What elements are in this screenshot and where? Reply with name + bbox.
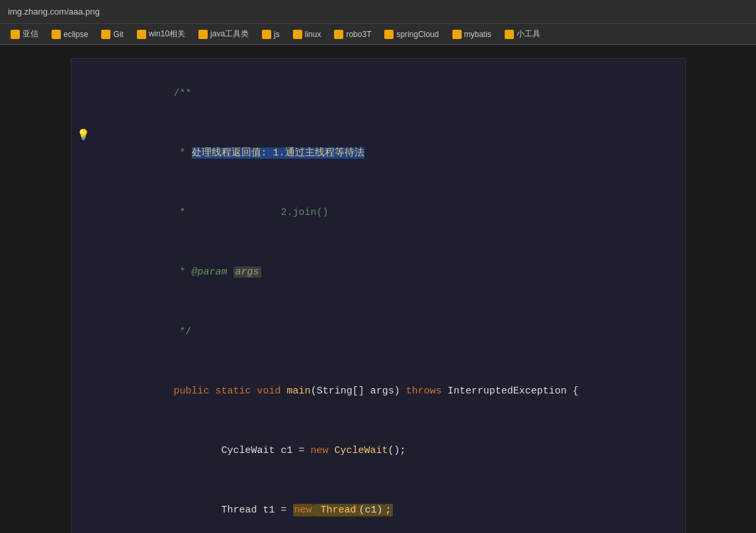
bookmark-java[interactable]: java工具类 xyxy=(193,26,254,42)
bookmark-springcloud[interactable]: springCloud xyxy=(379,28,444,41)
bookmark-label: eclipse xyxy=(63,30,88,39)
bookmark-eclipse[interactable]: eclipse xyxy=(46,28,93,41)
comment-star: * xyxy=(174,266,192,278)
code-line-comment1: 💡 * 处理线程返回值: 1.通过主线程等待法 xyxy=(71,124,685,183)
code-line-javadoc-end: */ xyxy=(71,302,685,362)
bookmark-robo3t[interactable]: robo3T xyxy=(329,28,376,41)
line-code: * 处理线程返回值: 1.通过主线程等待法 xyxy=(108,124,685,183)
code-line-cyclew: CycleWait c1 = new CycleWait(); xyxy=(71,421,685,481)
line-code: public static void main(String[] args) t… xyxy=(108,362,685,421)
bookmark-folder-icon xyxy=(334,30,343,39)
code-text xyxy=(210,386,216,397)
bookmark-js[interactable]: js xyxy=(257,28,285,41)
bookmark-folder-icon xyxy=(198,30,208,39)
thread-args-highlight: (c1) xyxy=(358,504,384,516)
code-line-thread: Thread t1 = new Thread(c1); xyxy=(71,481,685,533)
selected-text: 处理线程返回值: 1.通过主线程等待法 xyxy=(192,147,364,159)
line-code: CycleWait c1 = new CycleWait(); xyxy=(108,421,685,481)
code-text: Thread t1 = xyxy=(174,505,293,516)
bookmark-folder-icon xyxy=(452,30,462,39)
bookmark-folder-icon xyxy=(505,30,514,39)
bookmark-git[interactable]: Git xyxy=(96,28,128,41)
comment-text: */ xyxy=(174,326,192,337)
keyword-new: new xyxy=(311,445,329,456)
line-code: * @param args xyxy=(108,243,685,302)
bookmark-label: js xyxy=(274,30,280,39)
code-editor-panel: /** 💡 * 处理线程返回值: 1.通过主线程等待法 * 2.join() xyxy=(71,58,686,533)
comment-space xyxy=(228,266,233,278)
bookmark-label: linux xyxy=(305,30,321,39)
comment-text: * 2.join() xyxy=(174,207,329,218)
url-display: img.zhang.com/aaa.png xyxy=(8,7,100,17)
thread-semi-highlight: ; xyxy=(384,504,393,516)
bookmark-label: springCloud xyxy=(396,30,439,39)
browser-address-bar: img.zhang.com/aaa.png xyxy=(0,0,756,24)
method-name: main xyxy=(287,386,311,397)
bookmark-linux[interactable]: linux xyxy=(288,28,327,41)
bookmark-label: 亚信 xyxy=(22,28,38,40)
content-area: /** 💡 * 处理线程返回值: 1.通过主线程等待法 * 2.join() xyxy=(0,45,756,533)
bookmark-folder-icon xyxy=(293,30,302,39)
code-text: (String[] args) xyxy=(311,386,406,397)
param-tag: @param xyxy=(192,266,228,278)
line-code: /** xyxy=(108,64,685,124)
keyword-throws: throws xyxy=(406,386,442,397)
bookmark-folder-icon xyxy=(101,30,110,39)
code-text xyxy=(251,386,257,397)
bookmark-folder-icon xyxy=(262,30,271,39)
bookmark-folder-icon xyxy=(384,30,394,39)
bookmark-label: java工具类 xyxy=(210,28,249,40)
bookmark-label: win10相关 xyxy=(149,28,185,40)
line-code: */ xyxy=(108,302,685,362)
line-code: * 2.join() xyxy=(108,183,685,243)
new-keyword-highlight: new xyxy=(293,504,314,516)
code-line-method-sig: public static void main(String[] args) t… xyxy=(71,362,685,421)
class-name: CycleWait xyxy=(335,445,388,456)
bookmarks-bar: 亚信 eclipse Git win10相关 java工具类 js linux … xyxy=(0,24,756,45)
code-line-javadoc-start: /** xyxy=(71,64,685,124)
lightbulb-icon: 💡 xyxy=(77,126,90,145)
code-text xyxy=(329,445,335,456)
code-text: InterruptedException { xyxy=(442,386,579,397)
bookmark-win10[interactable]: win10相关 xyxy=(132,26,190,42)
param-val: args xyxy=(233,266,261,278)
keyword-void: void xyxy=(257,386,281,397)
code-line-comment2: * 2.join() xyxy=(71,183,685,243)
bookmark-folder-icon xyxy=(11,30,20,39)
line-code: Thread t1 = new Thread(c1); xyxy=(108,481,685,533)
code-inner: /** 💡 * 处理线程返回值: 1.通过主线程等待法 * 2.join() xyxy=(71,59,685,533)
comment-text: /** xyxy=(174,88,192,99)
bookmark-tools[interactable]: 小工具 xyxy=(499,26,546,42)
code-text: CycleWait c1 = xyxy=(174,445,311,456)
keyword-static: static xyxy=(216,386,251,397)
bookmark-yaxin[interactable]: 亚信 xyxy=(5,26,44,42)
code-text xyxy=(281,386,287,397)
code-line-param: * @param args xyxy=(71,243,685,302)
code-text: (); xyxy=(388,445,406,456)
thread-class-highlight: Thread xyxy=(314,504,358,516)
bookmark-label: mybatis xyxy=(464,30,491,39)
keyword-public: public xyxy=(174,386,210,397)
bookmark-label: 小工具 xyxy=(517,28,540,40)
bookmark-label: Git xyxy=(113,30,123,39)
bookmark-folder-icon xyxy=(137,30,146,39)
comment-star: * xyxy=(174,147,192,159)
bookmark-mybatis[interactable]: mybatis xyxy=(447,28,497,41)
bookmark-label: robo3T xyxy=(346,30,371,39)
bookmark-folder-icon xyxy=(52,30,61,39)
